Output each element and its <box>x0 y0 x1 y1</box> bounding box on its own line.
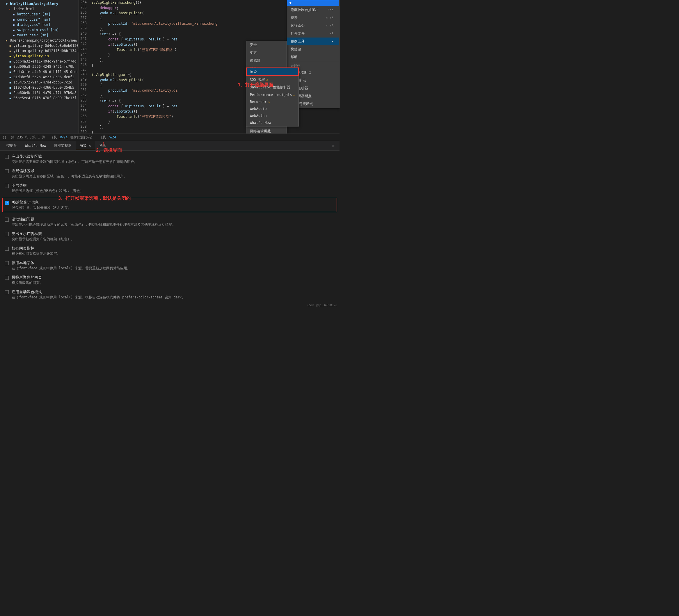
checkbox-layer-borders[interactable] <box>5 184 9 188</box>
list-item[interactable]: ◼ toast.css? [sm] <box>0 33 78 38</box>
right-menus-container: ▼ 隐藏控制台抽屉栏 Esc 搜索 ⌘ ⌥F 运行命令 ⌘ ⌥R <box>287 0 340 133</box>
checkbox-auto-dark[interactable] <box>5 290 9 294</box>
source-link[interactable]: 7wZ4 <box>108 135 117 139</box>
render-option-layout-shift: 布局偏移区域 突出显示网页上偏移的区域（蓝色）。可能不适合患有光敏性癫痫的用户。 <box>5 169 335 179</box>
option-label-paint: 突出显示绘制区域 <box>12 154 137 159</box>
list-item[interactable]: ◼ button.css? [sm] <box>0 12 78 17</box>
up-arrow-icon: ↑ <box>102 140 105 147</box>
menu-item-hide-drawer[interactable]: 隐藏控制台抽屉栏 Esc <box>287 6 339 14</box>
file-tree-root[interactable]: ▼ html/yitian/act/gallery <box>0 1 78 6</box>
tab-whats-new[interactable]: What's New <box>21 142 50 150</box>
list-item[interactable]: ◼ swiper.min.css? [sm] <box>0 27 78 33</box>
css-file-icon: ◼ <box>12 18 16 22</box>
file-icon: ◼ <box>8 91 12 95</box>
submenu-item-whats-new[interactable]: What's New <box>247 119 298 126</box>
source-map-link[interactable]: 7wZ4 <box>59 135 67 139</box>
list-item[interactable]: ◼ 1f0743c4-8e53-4366-bab9-354b5 <box>0 85 78 90</box>
submenu-item-webaudio[interactable]: WebAudio <box>247 105 298 112</box>
file-icon: ◼ <box>8 70 12 74</box>
checkbox-paint-flashing[interactable] <box>5 155 9 159</box>
menu-item-search-top[interactable]: 搜索 ⌘ ⌥F <box>287 14 339 22</box>
list-item[interactable]: ◼ 0eda0ffe-a4c0-48fd-b111-45f0cdc <box>0 69 78 74</box>
file-icon: ◼ <box>8 44 12 48</box>
checkbox-core-web-vitals[interactable] <box>5 247 9 251</box>
list-item[interactable]: ▶ Users/chenqing/project/toKfx/new <box>0 38 78 43</box>
annotation-step2: 2、选择界面 ↑ <box>96 148 122 154</box>
checkbox-local-fonts[interactable] <box>5 261 9 265</box>
list-item[interactable]: ◼ yitian-gallery.b6121f3d08bf134d42 <box>0 48 78 54</box>
option-label-ads: 突出显示广告框架 <box>12 231 74 236</box>
menu-item-open-file[interactable]: 打开文件 ⌘P <box>287 30 339 37</box>
menu-item-security[interactable]: 安全 <box>247 41 287 49</box>
devtools-tabs: 控制台 What's New 性能监视器 渲染 × 动画 × <box>0 141 340 151</box>
tab-close-icon[interactable]: × <box>89 143 91 148</box>
status-source: （从 7wZ4 <box>99 135 117 140</box>
watermark: CSDN @qq_34598178 <box>308 304 337 307</box>
render-option-local-fonts: 停用本地字体 在 @font-face 规则中停用 local() 来源。需要重… <box>5 261 335 270</box>
code-editor[interactable]: 234 isVipRightxinhaicheng(){ 235 debugge… <box>78 0 340 133</box>
menu-item-changes[interactable]: 变更 <box>247 49 287 57</box>
list-item[interactable]: ◼ dialog.css? [sm] <box>0 22 78 27</box>
annotation-step3: 3、打开帧渲染选项，默认是关闭的 <box>58 195 131 201</box>
list-item[interactable]: ◼ 0ed096a8-3596-4248-8421-fc79b <box>0 64 78 69</box>
css-file-icon: ◼ <box>12 23 16 27</box>
css-file-icon: ◼ <box>12 28 16 32</box>
file-icon: ◼ <box>8 96 12 100</box>
option-desc-ads: 突出显示被检测为广告的框架（红色）。 <box>12 237 74 241</box>
submenu-arrow-icon <box>332 40 333 43</box>
folder-icon: ▶ <box>5 38 9 42</box>
list-item[interactable]: ◼ 03ae5ec4-07f3-470f-8e99-7bc13f <box>0 95 78 101</box>
checkbox-scrolling[interactable] <box>5 218 9 222</box>
render-option-ad-frames: 突出显示广告框架 突出显示被检测为广告的框架（红色）。 <box>5 231 335 241</box>
render-option-scrolling: 滚动性能问题 突出显示可能会减慢滚动速度的元素（蓝绿色），包括轻触和滚轮事件处理… <box>5 217 335 227</box>
list-item[interactable]: ◼ 0bcb4a32-ef11-404c-9f4e-57f74d <box>0 59 78 64</box>
menu-item-help[interactable]: 帮助 <box>287 53 339 61</box>
submenu-more-tools[interactable]: 渲染 CSS 概览 ⚠ JavaScript 性能剖析器 Performance… <box>246 67 299 127</box>
render-option-layer-borders: 图层边框 显示图层边框（橙色/橄榄色）和图块（青色） <box>5 183 335 193</box>
html-file-icon: ◻ <box>8 7 12 11</box>
checkbox-emulate-focus[interactable] <box>5 276 9 280</box>
page-container: ▼ html/yitian/act/gallery ◻ index.html ◼… <box>0 0 340 308</box>
render-option-core-web-vitals: 核心网页指标 根据核心网页指标显示叠加层。 <box>5 246 335 256</box>
option-label-local-fonts: 停用本地字体 <box>12 261 131 265</box>
option-desc-scrolling: 突出显示可能会减慢滚动速度的元素（蓝绿色），包括轻触和滚轮事件处理脚本以及其他主… <box>12 223 176 227</box>
tab-performance-monitor[interactable]: 性能监视器 <box>50 141 76 150</box>
menu-item-run-command[interactable]: 运行命令 ⌘ ⌥R <box>287 22 339 30</box>
rendering-panel-content: 突出显示绘制区域 突出显示需要重新绘制的网页区域（绿色）。可能不适合患有光敏性癫… <box>0 151 340 302</box>
submenu-item-recorder[interactable]: Recorder ⚠ <box>247 98 298 105</box>
list-item[interactable]: ◼ yitian-gallery.js <box>0 54 78 59</box>
menu-item-shortcuts[interactable]: 快捷键 <box>287 45 339 53</box>
menu-item-network-block[interactable]: 网络请求屏蔽 <box>247 127 287 133</box>
menu-item-sensors[interactable]: 传感器 <box>247 57 287 65</box>
option-desc-cwv: 根据核心网页指标显示叠加层。 <box>12 252 61 256</box>
list-item[interactable]: ◼ 01d8befd-5c2a-4e23-8c06-dc8f2 <box>0 74 78 80</box>
menu-item-more-tools[interactable]: 更多工具 <box>287 37 339 45</box>
option-label-auto-dark: 启用自动深色模式 <box>12 290 185 295</box>
submenu-item-rendering[interactable]: 渲染 <box>247 68 298 76</box>
list-item[interactable]: ◼ 1c547572-9a46-47d4-bbb6-7c2d <box>0 80 78 85</box>
submenu-item-webauthn[interactable]: WebAuthn <box>247 112 298 119</box>
list-item[interactable]: ◼ 2bb60b4b-ff6f-4a79-a77f-97b9a8 <box>0 90 78 95</box>
list-item[interactable]: ◻ index.html <box>0 6 78 12</box>
file-tree: ▼ html/yitian/act/gallery ◻ index.html ◼… <box>0 0 78 133</box>
option-desc-frame: 绘制帧吐量、丢帧分布和 GPU 内存。 <box>12 206 71 210</box>
menu-separator <box>287 62 339 62</box>
option-desc-layers: 显示图层边框（橙色/橄榄色）和图块（青色） <box>12 189 84 193</box>
checkbox-frame-rendering[interactable] <box>5 201 9 205</box>
folder-open-icon: ▼ <box>5 2 9 6</box>
context-menus-overlay: 安全 变更 传感器 动画 覆盖率 开发者资源 快速来源 媒体 内存检查器 搜索 … <box>246 0 340 133</box>
tab-console[interactable]: 控制台 <box>2 141 21 150</box>
submenu-item-performance-insights[interactable]: Performance insights ⚠ <box>247 91 298 98</box>
render-option-frame-rendering: 帧渲染统计信息 绘制帧吐量、丢帧分布和 GPU 内存。 <box>2 198 337 212</box>
list-item[interactable]: ◼ common.css? [sm] <box>0 17 78 22</box>
status-bar: {} 第 235 行，第 1 列 （从 7wZ4 映射的源代码） （从 7wZ4 <box>0 134 340 141</box>
render-option-paint-flashing: 突出显示绘制区域 突出显示需要重新绘制的网页区域（绿色）。可能不适合患有光敏性癫… <box>5 154 335 164</box>
devtools-close-button[interactable]: × <box>330 142 337 150</box>
file-icon: ◼ <box>8 80 12 84</box>
top-section: ▼ html/yitian/act/gallery ◻ index.html ◼… <box>0 0 340 134</box>
list-item[interactable]: ◼ yitian-gallery.0d4de9b8e6eb61503 <box>0 43 78 48</box>
checkbox-layout-shift[interactable] <box>5 169 9 173</box>
checkbox-ad-frames[interactable] <box>5 232 9 236</box>
option-desc-local-fonts: 在 @font-face 规则中停用 local() 来源。需要重新加载网页才能… <box>12 266 131 270</box>
tab-rendering[interactable]: 渲染 × <box>76 141 95 150</box>
